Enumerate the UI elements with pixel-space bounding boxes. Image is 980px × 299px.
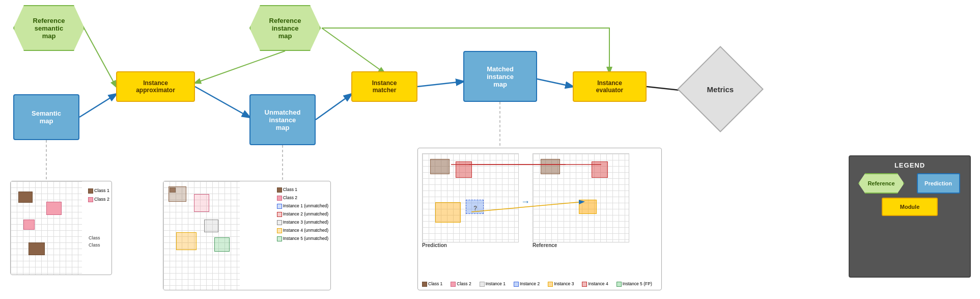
preview3-inst4: Instance 4 [588, 281, 608, 286]
preview2-legend-inst3: Instance 3 (unmatched) [283, 220, 328, 225]
unmatched-instance-map-label: Unmatched instance map [265, 108, 301, 131]
preview2-legend-inst5: Instance 5 (unmatched) [283, 236, 328, 241]
preview3-inst3: Instance 3 [554, 281, 574, 286]
matched-instance-map-node: Matched instance map [463, 51, 537, 102]
unmatched-instance-map-preview: Class 1 Class 2 Instance 1 (unmatched) I… [163, 181, 331, 290]
ref-instance-map-node: Reference instance map [249, 5, 321, 51]
instance-approximator-node: Instance approximator [116, 71, 195, 102]
svg-line-4 [195, 87, 249, 117]
legend-module-label: Module [900, 204, 920, 210]
matched-instance-map-preview: ? → Prediction Reference [417, 148, 662, 290]
preview2-legend-inst4: Instance 4 (unmatched) [283, 228, 328, 233]
instance-approximator-label: Instance approximator [136, 79, 175, 94]
diagram-container: Reference semantic map Reference instanc… [0, 0, 980, 299]
svg-line-0 [84, 28, 116, 87]
metrics-diamond: Metrics [677, 46, 764, 132]
preview2-legend-class1: Class 1 [283, 187, 297, 192]
svg-line-6 [417, 81, 463, 87]
preview3-class1: Class 1 [428, 281, 442, 286]
instance-evaluator-node: Instance evaluator [573, 71, 647, 102]
preview3-inst2: Instance 2 [520, 281, 540, 286]
svg-line-7 [537, 79, 573, 87]
preview3-class2: Class 2 [457, 281, 471, 286]
instance-matcher-node: Instance matcher [351, 71, 417, 102]
legend-box: LEGEND Reference Prediction Module [849, 155, 971, 278]
preview2-legend-class2: Class 2 [283, 195, 297, 200]
preview3-prediction-label: Prediction [422, 242, 447, 248]
svg-line-3 [79, 94, 116, 117]
unmatched-instance-map-node: Unmatched instance map [249, 94, 316, 145]
preview3-reference-label: Reference [533, 242, 557, 248]
preview2-legend-inst2: Instance 2 (unmatched) [283, 211, 328, 216]
preview1-legend-class1: Class 1 [94, 188, 109, 193]
instance-evaluator-label: Instance evaluator [596, 79, 623, 94]
semantic-map-preview: Class 1 Class 2 [10, 181, 112, 275]
legend-reference-label: Reference [867, 180, 894, 186]
svg-line-2 [322, 28, 384, 73]
svg-line-5 [316, 94, 351, 120]
preview2-legend-inst1: Instance 1 (unmatched) [283, 203, 328, 208]
legend-module-shape: Module [882, 198, 938, 216]
legend-title: LEGEND [855, 161, 965, 169]
legend-prediction-shape: Prediction [917, 173, 960, 194]
legend-prediction-label: Prediction [925, 180, 952, 186]
semantic-map-label: Semantic map [32, 110, 61, 125]
ref-semantic-map-node: Reference semantic map [13, 5, 85, 51]
preview1-legend-class2: Class 2 [94, 197, 109, 202]
ref-instance-map-label: Reference instance map [269, 17, 301, 40]
preview3-inst5fp: Instance 5 (FP) [623, 281, 652, 286]
instance-matcher-label: Instance matcher [372, 79, 397, 94]
semantic-map-node: Semantic map [13, 94, 79, 140]
preview3-inst1: Instance 1 [486, 281, 506, 286]
matched-instance-map-label: Matched instance map [487, 65, 514, 88]
ref-semantic-map-label: Reference semantic map [33, 17, 65, 40]
svg-line-1 [195, 51, 285, 83]
metrics-label: Metrics [707, 85, 734, 94]
legend-reference-shape: Reference [858, 173, 904, 194]
class-class-label: Class Class [89, 234, 100, 249]
